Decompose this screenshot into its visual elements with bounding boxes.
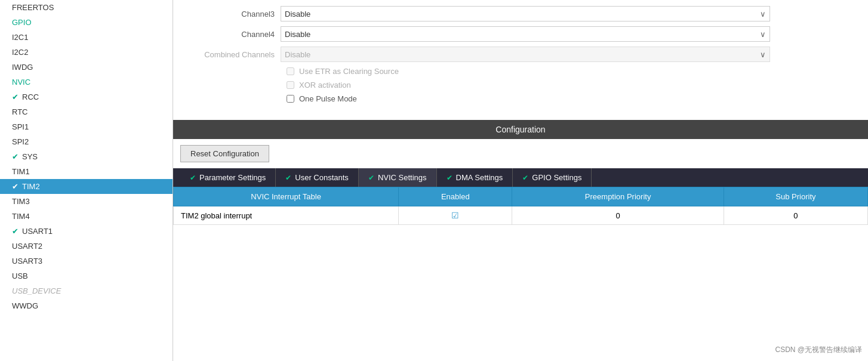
tab-label-parameter: Parameter Settings xyxy=(199,173,266,182)
sidebar-item-usart2[interactable]: USART2 xyxy=(0,239,173,254)
sidebar-item-usb[interactable]: USB xyxy=(0,269,173,283)
check-icon-tim2: ✔ xyxy=(12,182,19,191)
channel4-arrow-icon: ∨ xyxy=(760,30,766,39)
channel3-arrow-icon: ∨ xyxy=(760,10,766,18)
tabs-bar: ✔Parameter Settings✔User Constants✔NVIC … xyxy=(173,168,868,187)
tab-check-icon-nvic: ✔ xyxy=(368,174,374,182)
sidebar-label-tim4: TIM4 xyxy=(12,212,30,221)
channel3-row: Channel3 Disable ∨ xyxy=(185,6,856,21)
form-area: Channel3 Disable ∨ Channel4 Disable ∨ Co… xyxy=(173,0,868,114)
tab-dma[interactable]: ✔DMA Settings xyxy=(437,168,513,187)
col-enabled: Enabled xyxy=(399,187,512,206)
tab-nvic[interactable]: ✔NVIC Settings xyxy=(359,168,437,187)
sidebar-item-spi2[interactable]: SPI2 xyxy=(0,134,173,149)
combined-channels-row: Combined Channels Disable ∨ xyxy=(185,47,856,62)
sidebar-item-sys[interactable]: ✔SYS xyxy=(0,149,173,164)
nvic-interrupt-table: NVIC Interrupt Table Enabled Preemption … xyxy=(173,187,868,225)
tab-gpio[interactable]: ✔GPIO Settings xyxy=(513,168,592,187)
tab-label-gpio: GPIO Settings xyxy=(532,173,581,182)
channel4-select[interactable]: Disable ∨ xyxy=(281,26,770,42)
tab-check-icon-gpio: ✔ xyxy=(522,174,528,182)
interrupt-enabled[interactable]: ☑ xyxy=(399,206,512,225)
preemption-priority-value[interactable]: 0 xyxy=(512,206,724,225)
tab-parameter[interactable]: ✔Parameter Settings xyxy=(180,168,276,187)
sidebar-label-rtc: RTC xyxy=(12,107,27,116)
combined-channels-arrow-icon: ∨ xyxy=(760,50,766,59)
sidebar-item-wwdg[interactable]: WWDG xyxy=(0,298,173,313)
sidebar-item-i2c1[interactable]: I2C1 xyxy=(0,30,173,45)
sidebar-label-i2c1: I2C1 xyxy=(12,33,28,42)
tab-label-dma: DMA Settings xyxy=(456,173,503,182)
channel3-label: Channel3 xyxy=(185,10,281,18)
sidebar-label-tim2: TIM2 xyxy=(22,182,40,191)
use-etr-row: Use ETR as Clearing Source xyxy=(185,67,856,76)
sidebar-item-tim2[interactable]: ✔TIM2 xyxy=(0,179,173,194)
sidebar-item-usart1[interactable]: ✔USART1 xyxy=(0,224,173,239)
tab-user_constants[interactable]: ✔User Constants xyxy=(276,168,359,187)
nvic-table-header-row: NVIC Interrupt Table Enabled Preemption … xyxy=(174,187,868,206)
col-nvic-interrupt-table: NVIC Interrupt Table xyxy=(174,187,399,206)
sidebar-label-usb_device: USB_DEVICE xyxy=(12,286,61,295)
check-icon-sys: ✔ xyxy=(12,152,19,161)
sidebar-label-sys: SYS xyxy=(22,152,38,161)
use-etr-label: Use ETR as Clearing Source xyxy=(299,67,399,76)
channel3-select[interactable]: Disable ∨ xyxy=(281,6,770,21)
sidebar-label-iwdg: IWDG xyxy=(12,63,33,72)
sidebar-item-tim4[interactable]: TIM4 xyxy=(0,209,173,224)
sidebar-label-i2c2: I2C2 xyxy=(12,48,28,57)
sidebar-item-i2c2[interactable]: I2C2 xyxy=(0,45,173,60)
sidebar-item-tim3[interactable]: TIM3 xyxy=(0,194,173,209)
col-sub-priority: Sub Priority xyxy=(724,187,867,206)
tab-check-icon-user_constants: ✔ xyxy=(285,174,291,182)
use-etr-checkbox xyxy=(287,67,294,75)
xor-checkbox xyxy=(287,81,294,89)
reset-configuration-button[interactable]: Reset Configuration xyxy=(180,145,269,162)
sidebar-label-usb: USB xyxy=(12,271,28,280)
configuration-header: Configuration xyxy=(173,120,868,139)
reset-btn-area: Reset Configuration xyxy=(173,139,868,168)
sidebar-label-rcc: RCC xyxy=(22,92,39,101)
sidebar: FREERTOSGPIOI2C1I2C2IWDGNVIC✔RCCRTCSPI1S… xyxy=(0,0,173,361)
sidebar-item-rcc[interactable]: ✔RCC xyxy=(0,90,173,104)
enabled-check-icon: ☑ xyxy=(451,211,459,220)
sidebar-label-usart1: USART1 xyxy=(22,227,53,236)
sidebar-item-nvic[interactable]: NVIC xyxy=(0,75,173,90)
check-icon-usart1: ✔ xyxy=(12,227,19,236)
sidebar-label-tim3: TIM3 xyxy=(12,197,30,206)
sidebar-label-gpio: GPIO xyxy=(12,18,32,27)
interrupt-name: TIM2 global interrupt xyxy=(174,206,399,225)
main-content: Channel3 Disable ∨ Channel4 Disable ∨ Co… xyxy=(173,0,868,361)
combined-channels-label: Combined Channels xyxy=(185,50,281,59)
watermark: CSDN @无视警告继续编译 xyxy=(775,345,862,355)
channel4-label: Channel4 xyxy=(185,30,281,39)
col-preemption-priority: Preemption Priority xyxy=(512,187,724,206)
sidebar-item-tim1[interactable]: TIM1 xyxy=(0,164,173,179)
channel4-row: Channel4 Disable ∨ xyxy=(185,26,856,42)
sidebar-label-usart3: USART3 xyxy=(12,257,42,266)
sidebar-label-wwdg: WWDG xyxy=(12,301,38,310)
sidebar-item-gpio[interactable]: GPIO xyxy=(0,15,173,30)
sidebar-item-usb_device[interactable]: USB_DEVICE xyxy=(0,283,173,298)
sidebar-item-usart3[interactable]: USART3 xyxy=(0,254,173,269)
sidebar-item-rtc[interactable]: RTC xyxy=(0,104,173,119)
sidebar-item-spi1[interactable]: SPI1 xyxy=(0,119,173,134)
one-pulse-label: One Pulse Mode xyxy=(299,94,357,103)
sidebar-label-freertos: FREERTOS xyxy=(12,3,54,12)
sidebar-item-freertos[interactable]: FREERTOS xyxy=(0,0,173,15)
tab-label-user_constants: User Constants xyxy=(295,173,349,182)
sidebar-label-tim1: TIM1 xyxy=(12,167,30,176)
tab-check-icon-dma: ✔ xyxy=(447,174,453,182)
tab-label-nvic: NVIC Settings xyxy=(378,173,427,182)
one-pulse-checkbox[interactable] xyxy=(287,95,294,103)
sidebar-label-usart2: USART2 xyxy=(12,242,42,251)
sidebar-label-spi1: SPI1 xyxy=(12,122,29,131)
tab-check-icon-parameter: ✔ xyxy=(190,174,196,182)
sidebar-label-spi2: SPI2 xyxy=(12,137,29,146)
sub-priority-value[interactable]: 0 xyxy=(724,206,867,225)
sidebar-label-nvic: NVIC xyxy=(12,78,30,87)
sidebar-item-iwdg[interactable]: IWDG xyxy=(0,60,173,75)
one-pulse-row: One Pulse Mode xyxy=(185,94,856,103)
table-row: TIM2 global interrupt ☑ 0 0 xyxy=(174,206,868,225)
check-icon-rcc: ✔ xyxy=(12,92,19,101)
xor-label: XOR activation xyxy=(299,81,351,90)
